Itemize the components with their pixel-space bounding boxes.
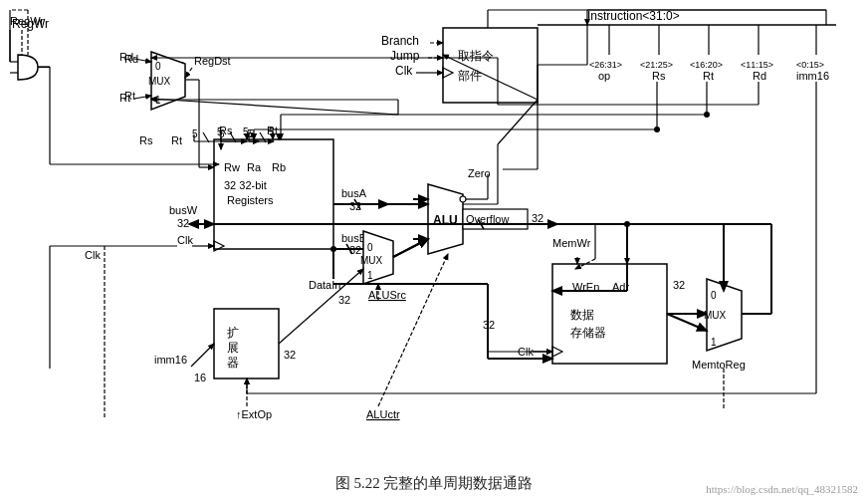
registers-ra: Ra [247, 161, 262, 173]
mux2-1-label: 1 [367, 270, 373, 281]
svg-line-14 [134, 96, 151, 99]
extender-block [214, 309, 279, 378]
imm16-label: imm16 [154, 354, 187, 366]
inst-21-25: <21:25> [640, 60, 673, 70]
inst-26-31: <26:31> [589, 60, 622, 70]
regwr-top-label: RegWr [10, 15, 44, 27]
n32-datain2: 32 [483, 319, 495, 331]
rd-label-top: Rd [119, 51, 133, 63]
mux2-text: MUX [360, 255, 383, 266]
zero-circle [460, 196, 466, 202]
junction-rt [704, 112, 710, 118]
mux2-0-label: 0 [367, 242, 373, 253]
imm16-inst-label: imm16 [796, 70, 829, 82]
inst-11-15: <11:15> [741, 60, 773, 70]
tick5-3: 5 [249, 128, 255, 139]
rt-left-label: Rt [171, 134, 182, 146]
clk-main-label: Clk [85, 249, 101, 261]
extender-text3: 器 [227, 356, 239, 370]
rs-inst-label: Rs [652, 70, 666, 82]
mux3-1-label: 1 [711, 337, 717, 348]
n32-datain: 32 [338, 294, 350, 306]
zero-label: Zero [468, 167, 491, 179]
registers-rw: Rw [224, 161, 240, 173]
watermark: https://blog.csdn.net/qq_48321582 [706, 483, 858, 495]
data-mem-text2: 存储器 [570, 326, 606, 340]
rd-inst-label: Rd [753, 70, 766, 82]
tick5-1: 5 [192, 128, 198, 139]
mux3-0-label: 0 [711, 290, 717, 301]
mux1-0-label: 0 [155, 61, 161, 72]
svg-line-40 [378, 254, 448, 406]
rs-left-label: Rs [139, 134, 153, 146]
busw-label: busW [169, 204, 198, 216]
svg-line-37 [191, 344, 214, 367]
inst-16-20: <16:20> [690, 60, 723, 70]
branch-label: Branch [381, 34, 419, 48]
memtoreg-label: MemtoReg [692, 359, 746, 371]
inst-0-15: <0:15> [796, 60, 824, 70]
rt-inst-label: Rt [703, 70, 714, 82]
diagram-container: RegWr 1 M MUX Rd Rt 0 1 0 1 MUX Rd Rt [0, 0, 868, 503]
mux1-text: MUX [148, 76, 171, 87]
svg-line-113 [393, 239, 428, 257]
busa-label: busA [341, 187, 367, 199]
data-mem-text1: 数据 [570, 308, 594, 322]
extop-label: ↑ExtOp [236, 408, 272, 420]
clk-fetch-label: Clk [395, 64, 413, 78]
extender-text1: 扩 [227, 326, 239, 340]
junction-rs [654, 126, 660, 132]
n32-busw: 32 [177, 217, 189, 229]
figure-caption: 图 5.22 完整的单周期数据通路 [335, 474, 534, 493]
svg-line-92 [498, 100, 538, 144]
n16-label: 16 [194, 372, 206, 383]
registers-32: 32 32-bit [224, 179, 267, 191]
rt-label-top: Rt [119, 92, 130, 104]
jump-label: Jump [390, 49, 420, 63]
svg-line-15 [185, 68, 192, 78]
svg-line-89 [667, 314, 707, 331]
junction-alu [624, 221, 630, 227]
circuit-diagram: RegWr 1 M MUX Rd Rt 0 1 0 1 MUX Rd Rt [0, 0, 868, 503]
extender-text2: 展 [227, 341, 239, 355]
fetch-unit-text2: 部件 [458, 69, 482, 83]
svg-line-120 [151, 99, 398, 115]
mux3-text: MUX [704, 310, 727, 321]
regdst-label: RegDst [194, 55, 231, 67]
tick5-2: 5 [219, 128, 225, 139]
registers-rb: Rb [272, 161, 286, 173]
aluctr-label: ALUctr [366, 408, 400, 420]
fetch-unit-text1: 取指令 [458, 49, 494, 63]
memwr-label: MemWr [552, 237, 591, 249]
op-label: op [598, 70, 610, 82]
registers-text: Registers [227, 194, 274, 206]
n5-3: 5 [269, 126, 275, 137]
n32-mem: 32 [673, 279, 685, 291]
n32-ext: 32 [284, 349, 296, 361]
clk-reg-label: Clk [177, 234, 193, 246]
alusrc-label: ALUSrc [368, 289, 406, 301]
instruction-label: Instruction<31:0> [587, 9, 680, 23]
fetch-unit-block [443, 28, 538, 103]
n32-alu-out: 32 [532, 212, 543, 224]
